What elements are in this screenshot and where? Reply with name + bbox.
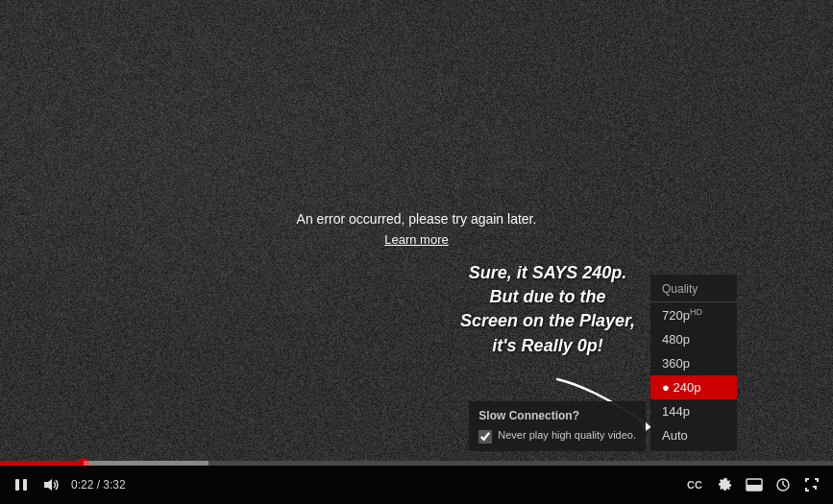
quality-item-240p[interactable]: ● 240p bbox=[650, 375, 737, 399]
watch-later-button[interactable] bbox=[772, 473, 795, 496]
theater-mode-button[interactable] bbox=[743, 473, 766, 496]
svg-marker-3 bbox=[44, 479, 52, 491]
captions-button[interactable]: CC bbox=[681, 473, 708, 496]
hd-badge: HD bbox=[690, 307, 702, 317]
fullscreen-button[interactable] bbox=[800, 473, 823, 496]
never-play-high-label: Never play high quality video. bbox=[498, 428, 636, 442]
never-play-high-checkbox[interactable] bbox=[478, 430, 492, 444]
quality-item-480p[interactable]: 480p bbox=[650, 327, 737, 351]
quality-item-144p[interactable]: 144p bbox=[650, 399, 737, 423]
time-display: 0:22 / 3:32 bbox=[71, 478, 126, 492]
right-controls: CC bbox=[681, 473, 823, 496]
slow-connection-popup: Slow Connection? Never play high quality… bbox=[469, 401, 646, 451]
quality-item-720p[interactable]: 720pHD bbox=[650, 302, 737, 327]
slow-connection-row: Never play high quality video. bbox=[478, 428, 636, 444]
svg-rect-2 bbox=[23, 479, 27, 491]
slow-connection-title: Slow Connection? bbox=[478, 409, 636, 422]
error-text: An error occurred, please try again late… bbox=[297, 211, 537, 227]
control-bar: 0:22 / 3:32 CC bbox=[0, 466, 833, 504]
quality-header: Quality bbox=[650, 278, 737, 302]
quality-popup: Quality 720pHD 480p 360p ● 240p 144p Aut… bbox=[650, 275, 737, 451]
svg-rect-5 bbox=[747, 485, 762, 491]
pause-button[interactable] bbox=[10, 473, 33, 496]
learn-more-link[interactable]: Learn more bbox=[297, 232, 537, 247]
svg-line-8 bbox=[783, 485, 786, 487]
volume-button[interactable] bbox=[40, 473, 63, 496]
settings-button[interactable] bbox=[714, 473, 737, 496]
annotation-text: Sure, it SAYS 240p. But due to the Scree… bbox=[442, 261, 653, 358]
quality-item-auto[interactable]: Auto bbox=[650, 423, 737, 447]
video-player: An error occurred, please try again late… bbox=[0, 0, 833, 504]
quality-item-360p[interactable]: 360p bbox=[650, 351, 737, 375]
error-overlay: An error occurred, please try again late… bbox=[297, 211, 537, 247]
svg-rect-1 bbox=[15, 479, 19, 491]
